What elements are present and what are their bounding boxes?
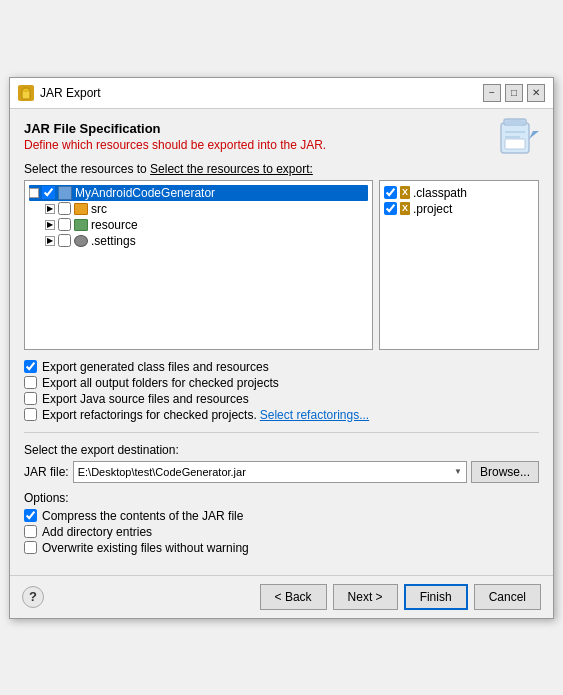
resource-label: resource <box>91 218 138 232</box>
window-icon <box>18 85 34 101</box>
opt-overwrite-label: Overwrite existing files without warning <box>42 541 249 555</box>
minimize-button[interactable]: − <box>483 84 501 102</box>
right-item-project[interactable]: X .project <box>384 201 534 217</box>
classpath-badge: X <box>400 186 410 199</box>
close-button[interactable]: ✕ <box>527 84 545 102</box>
project-label: .project <box>413 202 452 216</box>
opt-java-source: Export Java source files and resources <box>24 392 539 406</box>
checkbox-output-folders[interactable] <box>24 376 37 389</box>
select-refactorings-link[interactable]: Select refactorings... <box>260 408 369 422</box>
root-label: MyAndroidCodeGenerator <box>75 186 215 200</box>
src-folder-icon <box>74 203 88 215</box>
jar-file-value: E:\Desktop\test\CodeGenerator.jar <box>78 466 454 478</box>
opt-overwrite: Overwrite existing files without warning <box>24 541 539 555</box>
resources-label: Select the resources to Select the resou… <box>24 162 539 176</box>
svg-point-5 <box>504 120 526 126</box>
tree-item-resource[interactable]: ▶ resource <box>45 217 368 233</box>
checkbox-add-dir[interactable] <box>24 525 37 538</box>
tree-area: ▼ MyAndroidCodeGenerator ▶ src ▶ <box>24 180 539 350</box>
combo-arrow-icon: ▼ <box>454 467 462 476</box>
right-panel[interactable]: X .classpath X .project <box>379 180 539 350</box>
jar-file-combo[interactable]: E:\Desktop\test\CodeGenerator.jar ▼ <box>73 461 467 483</box>
left-tree-panel[interactable]: ▼ MyAndroidCodeGenerator ▶ src ▶ <box>24 180 373 350</box>
jar-graphic-icon <box>491 109 539 164</box>
right-item-classpath[interactable]: X .classpath <box>384 185 534 201</box>
compress-options-section: Compress the contents of the JAR file Ad… <box>24 509 539 555</box>
back-button[interactable]: < Back <box>260 584 327 610</box>
separator-1 <box>24 432 539 433</box>
content-area: JAR File Specification Define which reso… <box>10 109 553 575</box>
svg-point-2 <box>23 88 29 91</box>
opt-class-files-label: Export generated class files and resourc… <box>42 360 269 374</box>
checkbox-src[interactable] <box>58 202 71 215</box>
export-options-section: Export generated class files and resourc… <box>24 360 539 422</box>
tree-item-src[interactable]: ▶ src <box>45 201 368 217</box>
opt-compress-label: Compress the contents of the JAR file <box>42 509 243 523</box>
next-button[interactable]: Next > <box>333 584 398 610</box>
checkbox-settings[interactable] <box>58 234 71 247</box>
jar-file-label: JAR file: <box>24 465 69 479</box>
opt-refactorings-label: Export refactorings for checked projects… <box>42 408 257 422</box>
classpath-label: .classpath <box>413 186 467 200</box>
opt-output-folders-label: Export all output folders for checked pr… <box>42 376 279 390</box>
tree-item-settings[interactable]: ▶ .settings <box>45 233 368 249</box>
checkbox-refactorings[interactable] <box>24 408 37 421</box>
svg-marker-9 <box>529 131 539 139</box>
svg-rect-6 <box>505 131 525 133</box>
expand-root[interactable]: ▼ <box>29 188 39 198</box>
destination-label: Select the export destination: <box>24 443 539 457</box>
checkbox-overwrite[interactable] <box>24 541 37 554</box>
title-bar: JAR Export − □ ✕ <box>10 78 553 109</box>
finish-button[interactable]: Finish <box>404 584 468 610</box>
destination-row: JAR file: E:\Desktop\test\CodeGenerator.… <box>24 461 539 483</box>
window-controls: − □ ✕ <box>483 84 545 102</box>
footer: ? < Back Next > Finish Cancel <box>10 575 553 618</box>
settings-label: .settings <box>91 234 136 248</box>
destination-section: Select the export destination: JAR file:… <box>24 443 539 483</box>
browse-button[interactable]: Browse... <box>471 461 539 483</box>
maximize-button[interactable]: □ <box>505 84 523 102</box>
checkbox-project[interactable] <box>384 202 397 215</box>
expand-settings[interactable]: ▶ <box>45 236 55 246</box>
opt-class-files: Export generated class files and resourc… <box>24 360 539 374</box>
svg-rect-7 <box>505 136 520 138</box>
tree-item-root[interactable]: ▼ MyAndroidCodeGenerator <box>29 185 368 201</box>
footer-buttons: < Back Next > Finish Cancel <box>260 584 541 610</box>
project-badge: X <box>400 202 410 215</box>
options-label: Options: <box>24 491 539 505</box>
checkbox-class-files[interactable] <box>24 360 37 373</box>
expand-src[interactable]: ▶ <box>45 204 55 214</box>
src-label: src <box>91 202 107 216</box>
opt-refactorings: Export refactorings for checked projects… <box>24 408 539 422</box>
jar-export-window: JAR Export − □ ✕ JAR File Specification … <box>9 77 554 619</box>
settings-folder-icon <box>74 235 88 247</box>
checkbox-compress[interactable] <box>24 509 37 522</box>
project-icon <box>58 186 72 200</box>
checkbox-resource[interactable] <box>58 218 71 231</box>
window-title: JAR Export <box>40 86 477 100</box>
export-underline: Select the resources to export: <box>150 162 313 176</box>
resource-folder-icon <box>74 219 88 231</box>
help-button[interactable]: ? <box>22 586 44 608</box>
opt-java-source-label: Export Java source files and resources <box>42 392 249 406</box>
checkbox-java-source[interactable] <box>24 392 37 405</box>
page-title: JAR File Specification <box>24 121 539 136</box>
expand-resource[interactable]: ▶ <box>45 220 55 230</box>
page-description: Define which resources should be exporte… <box>24 138 539 152</box>
checkbox-root[interactable] <box>42 186 55 199</box>
svg-rect-8 <box>505 139 525 149</box>
cancel-button[interactable]: Cancel <box>474 584 541 610</box>
opt-add-dir: Add directory entries <box>24 525 539 539</box>
opt-compress: Compress the contents of the JAR file <box>24 509 539 523</box>
opt-output-folders: Export all output folders for checked pr… <box>24 376 539 390</box>
opt-add-dir-label: Add directory entries <box>42 525 152 539</box>
checkbox-classpath[interactable] <box>384 186 397 199</box>
